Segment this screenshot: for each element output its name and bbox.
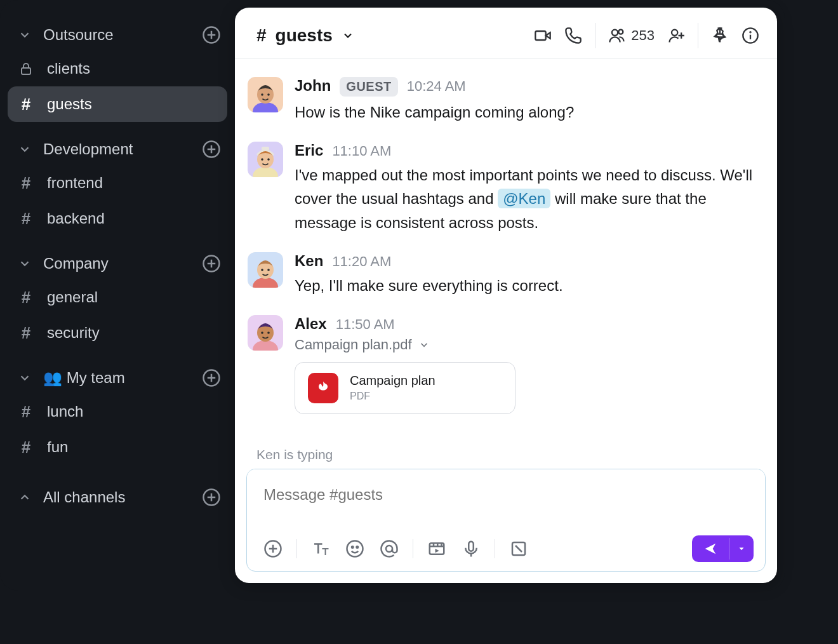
- group-header[interactable]: Company: [8, 248, 227, 279]
- video-clip-icon[interactable]: [422, 539, 451, 558]
- pin-icon[interactable]: [711, 27, 729, 44]
- message-time: 11:50 AM: [336, 316, 395, 333]
- sidebar-channel-fun[interactable]: # fun: [8, 429, 227, 465]
- sidebar-channel-guests[interactable]: # guests: [8, 86, 227, 122]
- message: Ken11:20 AMYep, I'll make sure everythin…: [248, 246, 759, 309]
- message-input[interactable]: [247, 469, 765, 529]
- attach-plus-icon[interactable]: [258, 539, 288, 558]
- shortcuts-icon[interactable]: [504, 539, 533, 558]
- avatar[interactable]: [248, 252, 283, 288]
- video-call-icon[interactable]: [534, 27, 552, 44]
- chevron-down-icon: [18, 142, 32, 156]
- svg-point-19: [619, 30, 623, 34]
- members-button[interactable]: 253: [608, 27, 655, 44]
- avatar[interactable]: [248, 77, 283, 112]
- svg-point-43: [267, 269, 270, 271]
- add-channel-icon[interactable]: [202, 368, 221, 387]
- avatar[interactable]: [248, 142, 283, 177]
- message-list: JohnGUEST10:24 AMHow is the Nike campaig…: [235, 59, 777, 447]
- add-channel-icon[interactable]: [202, 254, 221, 273]
- sidebar-channel-security[interactable]: # security: [8, 315, 227, 351]
- sidebar-channel-clients[interactable]: clients: [8, 51, 227, 86]
- svg-point-48: [267, 332, 270, 334]
- message-text: I've mapped out the most important point…: [295, 163, 759, 234]
- channel-label: backend: [47, 210, 105, 227]
- attachment-filename: Campaign plan.pdf: [295, 337, 412, 353]
- divider: [595, 23, 595, 48]
- svg-line-65: [515, 546, 522, 552]
- all-channels-button[interactable]: All channels: [8, 481, 227, 513]
- svg-rect-16: [536, 31, 546, 40]
- svg-rect-36: [262, 147, 269, 151]
- message-author: John: [295, 77, 331, 95]
- group-name: 👥 My team: [43, 369, 190, 387]
- add-channel-icon[interactable]: [202, 488, 221, 507]
- svg-rect-62: [469, 542, 474, 551]
- composer-area: [235, 469, 777, 583]
- attachment-card[interactable]: Campaign plan PDF: [295, 362, 515, 414]
- message-text: Yep, I'll make sure everything is correc…: [295, 274, 759, 297]
- sidebar-channel-general[interactable]: # general: [8, 279, 227, 315]
- send-options-dropdown[interactable]: [729, 538, 754, 560]
- svg-point-31: [261, 93, 263, 96]
- phone-call-icon[interactable]: [564, 27, 582, 44]
- composer: [246, 469, 766, 572]
- message: JohnGUEST10:24 AMHow is the Nike campaig…: [248, 70, 759, 135]
- sidebar-channel-frontend[interactable]: # frontend: [8, 165, 227, 201]
- mention-icon[interactable]: [375, 539, 404, 558]
- message-time: 11:10 AM: [332, 143, 391, 159]
- svg-marker-61: [436, 549, 439, 553]
- group-header[interactable]: Outsource: [8, 19, 227, 51]
- text-format-icon[interactable]: [306, 539, 335, 558]
- channel-title[interactable]: #guests: [256, 25, 354, 46]
- send-icon: [692, 535, 729, 562]
- svg-point-53: [352, 546, 354, 548]
- lock-icon: [18, 60, 34, 77]
- composer-toolbar: [247, 529, 765, 571]
- sidebar-channel-backend[interactable]: # backend: [8, 201, 227, 236]
- send-button[interactable]: [692, 535, 754, 562]
- emoji-icon[interactable]: [340, 539, 369, 558]
- add-channel-icon[interactable]: [202, 25, 221, 44]
- hash-icon: #: [18, 439, 34, 455]
- info-icon[interactable]: [742, 27, 759, 44]
- file-type: PDF: [350, 391, 436, 402]
- chevron-down-icon: [418, 339, 430, 351]
- message: Eric11:10 AMI've mapped out the most imp…: [248, 135, 759, 246]
- svg-point-38: [267, 158, 270, 161]
- hash-icon: #: [18, 175, 34, 191]
- svg-point-42: [261, 269, 263, 271]
- chevron-down-icon: [18, 28, 32, 42]
- chat-header: #guests 253: [235, 8, 777, 59]
- avatar[interactable]: [248, 315, 283, 351]
- message-time: 11:20 AM: [332, 253, 391, 270]
- svg-point-27: [750, 32, 750, 32]
- group-header[interactable]: 👥 My team: [8, 362, 227, 394]
- microphone-icon[interactable]: [456, 539, 486, 558]
- sidebar-channel-lunch[interactable]: # lunch: [8, 394, 227, 429]
- message-text: How is the Nike campaign coming along?: [295, 100, 759, 124]
- message-author: Ken: [295, 252, 323, 270]
- chat-panel: #guests 253: [235, 8, 777, 583]
- group-header[interactable]: Development: [8, 133, 227, 165]
- svg-point-47: [261, 332, 263, 334]
- chevron-down-icon: [18, 371, 32, 385]
- hash-icon: #: [18, 403, 34, 420]
- svg-rect-3: [22, 68, 30, 74]
- members-icon: [608, 27, 626, 44]
- typing-indicator: Ken is typing: [235, 447, 777, 469]
- svg-marker-66: [740, 547, 744, 550]
- add-channel-icon[interactable]: [202, 140, 221, 159]
- svg-point-18: [612, 30, 618, 36]
- add-member-icon[interactable]: [667, 27, 685, 44]
- all-channels-label: All channels: [43, 488, 190, 506]
- svg-point-55: [386, 546, 392, 552]
- attachment-toggle[interactable]: Campaign plan.pdf: [295, 337, 759, 353]
- mention[interactable]: @Ken: [498, 189, 550, 208]
- svg-point-41: [257, 261, 274, 279]
- svg-point-37: [261, 158, 263, 161]
- svg-point-20: [672, 30, 677, 36]
- channel-label: clients: [47, 60, 90, 77]
- svg-point-54: [357, 546, 359, 548]
- hash-icon: #: [18, 96, 34, 112]
